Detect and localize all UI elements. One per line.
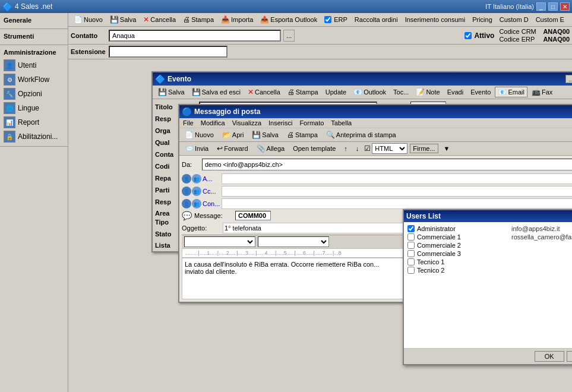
recipient-a-row: 👤 👥 A... [182,173,572,185]
recipient-con-input[interactable] [222,198,572,209]
mail-menu-visualizza[interactable]: Visualizza [231,119,263,127]
stampa-btn[interactable]: 🖨 Stampa [180,14,217,25]
html-format-select[interactable]: HTML [372,143,407,154]
evento-evadi-btn[interactable]: Evadi [444,87,467,97]
users-cancel-btn[interactable]: Cancel [567,351,572,362]
arrow-dropdown-btn[interactable]: ▼ [441,144,453,153]
user-checkbox-4[interactable] [407,258,415,265]
evento-cancella-btn[interactable]: ✕ Cancella [245,87,283,97]
user-checkbox-1[interactable] [407,233,415,241]
user-checkbox-0[interactable] [407,225,415,232]
raccolta-ordini-btn[interactable]: Raccolta ordini [352,15,401,24]
estensione-label: Estensione [71,48,106,55]
mail-dropdown2[interactable] [258,236,329,247]
sidebar-item-utenti[interactable]: 👤 Utenti [1,58,67,72]
evento-update-btn[interactable]: Update [323,87,349,97]
erp-btn[interactable]: ERP [321,15,350,24]
mail-toolbar1: 📄 Nuovo 📂 Apri 💾 Salva 🖨 Stampa 🔍 Antepr… [179,128,572,142]
mail-salva-btn[interactable]: 💾 Salva [249,129,282,140]
mail-apri-btn[interactable]: 📂 Apri [219,129,247,140]
mail-menu-modifica[interactable]: Modifica [200,119,226,127]
evento-salva-btn[interactable]: 💾 Salva [155,87,188,97]
user-row-4: Tecnico 1 [406,258,572,266]
mail-menu-formato[interactable]: Formato [298,119,325,127]
extension-row: Estensione [68,45,572,59]
custom-e-btn[interactable]: Custom E [533,15,567,24]
users-ok-btn[interactable]: OK [535,351,564,362]
user-checkbox-2[interactable] [407,242,415,249]
mail-nuovo-btn[interactable]: 📄 Nuovo [182,129,217,140]
importa-btn[interactable]: 📥 Importa [218,14,256,25]
mail-menu-inserisci[interactable]: Inserisci [267,119,293,127]
recipient-con-row: 👤 👥 Con... [182,198,572,210]
mail-menu-tabella[interactable]: Tabella [330,119,353,127]
users-list-footer: OK Cancel [404,348,572,364]
evento-salva-icon: 💾 [158,88,167,96]
evento-cancella-icon: ✕ [248,88,254,96]
evento-outlook-btn[interactable]: 📧 Outlook [350,87,389,97]
salva-btn[interactable]: 💾 Salva [107,14,140,25]
workflow-icon: ⚙ [4,74,15,86]
firme-btn[interactable]: Firme... [410,144,438,153]
recipient-a-label[interactable]: A... [203,175,220,182]
recipient-cc-input[interactable] [222,186,572,197]
estensione-input[interactable] [109,46,227,58]
mail-invia-btn[interactable]: 📨 Invia [182,143,211,154]
maximize-btn[interactable]: □ [548,2,558,11]
mail-message-label: Message: [194,212,233,219]
evento-salva-esci-btn[interactable]: 💾 Salva ed esci [189,87,244,97]
inserimento-consumi-btn[interactable]: Inserimento consumi [402,15,469,24]
attivo-checkbox[interactable] [464,32,472,39]
close-btn[interactable]: ✕ [560,2,570,11]
minimize-btn[interactable]: _ [536,2,546,11]
title-bar: 🔷 4 Sales .net IT Italiano (Italia) _ □ … [0,0,572,13]
mail-down-btn[interactable]: ↓ [353,144,362,153]
cancella-btn[interactable]: ✕ Cancella [140,14,179,25]
mail-from-input[interactable]: demo <info@apps4biz.ch> [202,159,572,170]
evento-evento-btn[interactable]: Evento [467,87,494,97]
mail-menu-file[interactable]: File [182,119,195,127]
recipient-con-label[interactable]: Con... [203,200,220,207]
sidebar-item-report[interactable]: 📊 Report [1,115,67,129]
mail-dropdown1[interactable] [184,236,255,247]
recipient-con-people-icon: 👥 [192,199,201,208]
user-name-3: Commerciale 3 [417,250,511,257]
salva-icon: 💾 [110,15,119,24]
mail-allega-btn[interactable]: 📎 Allega [254,143,288,154]
nuovo-btn[interactable]: 📄 Nuovo [71,14,106,25]
evento-note-btn[interactable]: 📝 Note [413,87,443,97]
app-title: 4 Sales .net [15,2,52,11]
mail-forward-btn[interactable]: ↩ Forward [214,143,251,154]
contatto-input[interactable] [109,30,281,42]
mail-stampa-btn[interactable]: 🖨 Stampa [284,129,321,140]
evento-stampa-btn[interactable]: 🖨 Stampa [285,87,321,97]
user-checkbox-3[interactable] [407,250,415,257]
erp-checkbox[interactable] [324,16,331,23]
codice-erp-value: ANAQ00 [543,36,570,43]
evento-outlook-icon: 📧 [353,88,362,96]
sidebar-label-report: Report [18,118,39,127]
evento-toc-btn[interactable]: Toc... [390,87,412,97]
sidebar-label-workflow: WorkFlow [18,75,49,84]
pricing-btn[interactable]: Pricing [469,15,495,24]
mail-anteprima-btn[interactable]: 🔍 Anteprima di stampa [323,129,399,140]
esporta-outlook-btn[interactable]: 📤 Esporta Outlook [257,14,320,25]
recipient-a-input[interactable] [222,173,572,184]
recipient-cc-label[interactable]: Cc... [203,188,220,195]
mail-open-template-btn[interactable]: Open template [290,144,339,153]
sidebar-item-workflow[interactable]: ⚙ WorkFlow [1,72,67,87]
sidebar-title-strumenti: Strumenti [1,31,67,42]
sidebar-label-utenti: Utenti [18,61,36,69]
user-checkbox-5[interactable] [407,267,415,274]
sidebar-item-lingue[interactable]: 🌐 Lingue [1,101,67,115]
codice-crm-value: ANAQ00 [543,28,570,35]
evento-email-btn[interactable]: 📧 Email [495,87,527,97]
custom-d-btn[interactable]: Custom D [497,15,532,24]
contatto-browse-btn[interactable]: ... [283,30,295,42]
evento-fax-btn[interactable]: 📠 Fax [529,87,555,97]
sidebar-item-abilitazioni[interactable]: 🔒 Abilitazioni... [1,129,67,144]
evento-minimize-btn[interactable]: _ [565,75,572,83]
mail-up-btn[interactable]: ↑ [341,144,350,153]
sidebar-item-opzioni[interactable]: 🔧 Opzioni [1,87,67,101]
title-bar-right: IT Italiano (Italia) _ □ ✕ [485,2,570,11]
